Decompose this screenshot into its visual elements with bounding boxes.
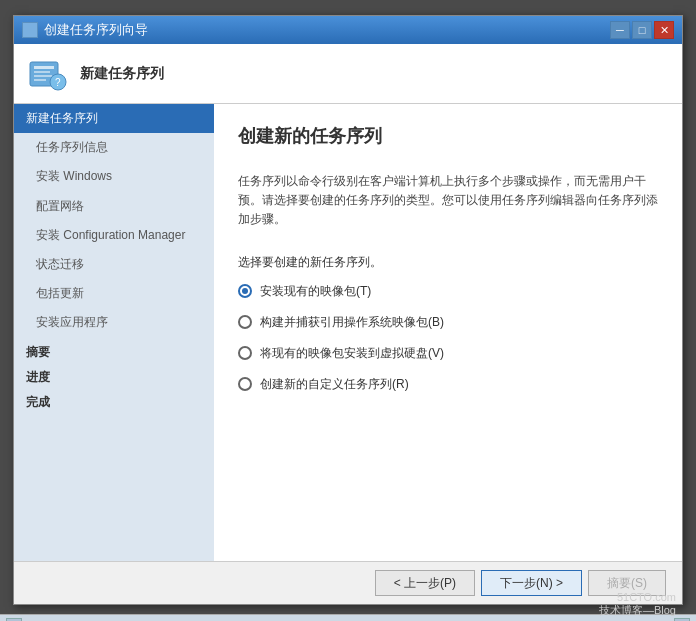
watermark-line2: 技术博客—Blog <box>599 603 676 618</box>
radio-build-capture[interactable] <box>238 315 252 329</box>
sidebar-item-config-manager[interactable]: 安装 Configuration Manager <box>14 221 214 250</box>
wizard-icon: ? <box>28 54 68 94</box>
page-title: 创建新的任务序列 <box>238 124 658 156</box>
window-controls: ─ □ ✕ <box>610 21 674 39</box>
radio-label-install-vhd: 将现有的映像包安装到虚拟硬盘(V) <box>260 345 444 362</box>
sidebar-item-task-info[interactable]: 任务序列信息 <box>14 133 214 162</box>
radio-option-custom-task[interactable]: 创建新的自定义任务序列(R) <box>238 376 658 393</box>
close-button[interactable]: ✕ <box>654 21 674 39</box>
sidebar-item-state-migration[interactable]: 状态迁移 <box>14 250 214 279</box>
radio-option-build-capture[interactable]: 构建并捕获引用操作系统映像包(B) <box>238 314 658 331</box>
sidebar-item-new-task[interactable]: 新建任务序列 <box>14 104 214 133</box>
window-icon <box>22 22 38 38</box>
minimize-button[interactable]: ─ <box>610 21 630 39</box>
header-title: 新建任务序列 <box>80 65 164 83</box>
radio-option-install-image[interactable]: 安装现有的映像包(T) <box>238 283 658 300</box>
maximize-button[interactable]: □ <box>632 21 652 39</box>
radio-install-image[interactable] <box>238 284 252 298</box>
watermark-line1: 51CTO.com <box>599 591 676 603</box>
description-text: 任务序列以命令行级别在客户端计算机上执行多个步骤或操作，而无需用户干预。请选择要… <box>238 172 658 230</box>
radio-group: 选择要创建的新任务序列。 安装现有的映像包(T) 构建并捕获引用操作系统映像包(… <box>238 254 658 393</box>
svg-rect-1 <box>34 66 54 69</box>
taskbar-forward[interactable]: ▶ <box>674 618 690 622</box>
main-content: 创建新的任务序列 任务序列以命令行级别在客户端计算机上执行多个步骤或操作，而无需… <box>214 104 682 561</box>
radio-install-vhd[interactable] <box>238 346 252 360</box>
sidebar-item-install-apps[interactable]: 安装应用程序 <box>14 308 214 337</box>
title-bar: 创建任务序列向导 ─ □ ✕ <box>14 16 682 44</box>
content-area: 新建任务序列 任务序列信息 安装 Windows 配置网络 安装 Configu… <box>14 104 682 561</box>
svg-rect-2 <box>34 71 50 73</box>
radio-label-custom-task: 创建新的自定义任务序列(R) <box>260 376 409 393</box>
header: ? 新建任务序列 <box>14 44 682 104</box>
radio-option-install-vhd[interactable]: 将现有的映像包安装到虚拟硬盘(V) <box>238 345 658 362</box>
radio-group-label: 选择要创建的新任务序列。 <box>238 254 658 271</box>
sidebar-item-install-windows[interactable]: 安装 Windows <box>14 162 214 191</box>
sidebar-section-summary: 摘要 <box>14 338 214 363</box>
watermark: 51CTO.com 技术博客—Blog <box>599 591 676 618</box>
sidebar-item-config-network[interactable]: 配置网络 <box>14 192 214 221</box>
sidebar-section-progress: 进度 <box>14 363 214 388</box>
svg-text:?: ? <box>55 77 61 88</box>
svg-rect-3 <box>34 75 52 77</box>
taskbar-back[interactable]: ◀ <box>6 618 22 622</box>
radio-label-build-capture: 构建并捕获引用操作系统映像包(B) <box>260 314 444 331</box>
back-button[interactable]: < 上一步(P) <box>375 570 475 596</box>
svg-rect-4 <box>34 79 46 81</box>
footer: < 上一步(P) 下一步(N) > 摘要(S) <box>14 561 682 604</box>
radio-custom-task[interactable] <box>238 377 252 391</box>
window-title: 创建任务序列向导 <box>44 21 148 39</box>
sidebar-item-include-updates[interactable]: 包括更新 <box>14 279 214 308</box>
radio-label-install-image: 安装现有的映像包(T) <box>260 283 371 300</box>
sidebar: 新建任务序列 任务序列信息 安装 Windows 配置网络 安装 Configu… <box>14 104 214 561</box>
taskbar: ◀ ▶ <box>0 614 696 621</box>
next-button[interactable]: 下一步(N) > <box>481 570 582 596</box>
sidebar-section-complete: 完成 <box>14 388 214 413</box>
